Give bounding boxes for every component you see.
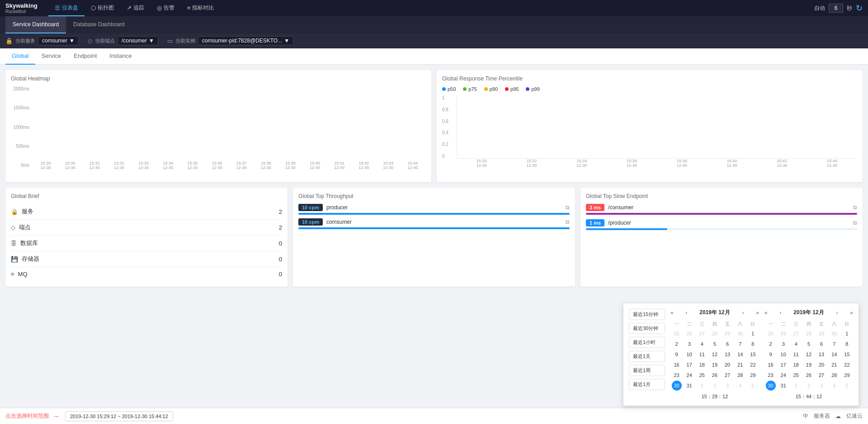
list-item: 🔒 服务 2 [11,204,282,220]
list-item: 1 ms /producer ⧉ [586,219,857,230]
nav-item-dashboard[interactable]: ☰ 仪表盘 [48,0,85,16]
p90-label: p90 [490,86,498,92]
content-tabs: Global Service Endpoint Instance [0,48,868,65]
tab-service-dashboard[interactable]: Service Dashboard [5,16,66,33]
x-label: 15:3112-30 [82,161,107,170]
y-label-500: 500ms [11,144,31,149]
row-1: Global Heatmap 2000ms 1500ms 1000ms 500m… [5,70,863,182]
chevron-down-icon: ▼ [69,38,75,44]
mq-name: MQ [18,271,28,278]
throughput-title: Global Top Throughput [298,193,570,199]
list-item: 10 cpm producer ⧉ [298,204,570,215]
tab-database-dashboard[interactable]: Database Dashboard [66,16,132,33]
tab-instance[interactable]: Instance [103,48,138,65]
interval-input[interactable] [829,4,843,13]
brief-storage-left: 💾 存储器 [11,255,39,263]
p95-dot [505,87,509,91]
service-value: comsumer [42,38,67,44]
brief-card: Global Brief 🔒 服务 2 ◇ 端点 2 [5,188,288,287]
database-count: 0 [279,240,282,247]
top-nav: Skywalking Rocketbot ☰ 仪表盘 ⬡ 拓扑图 ↗ 追踪 ◎ … [0,0,868,16]
cpm-badge-1: 10 cpm [298,204,323,211]
throughput-bar-bg-2 [298,227,570,229]
rtp-x-labels: 15:2912-30 15:3212-30 15:3412-30 15:3612… [457,159,857,168]
nav-item-topology[interactable]: ⬡ 拓扑图 [85,0,120,16]
x-label: 15:4012-30 [302,161,327,170]
rtp-chart-container: 1 0.8 0.6 0.4 0.2 0 15:2912-30 15:3212-3… [442,95,857,168]
x-label: 15:3512-30 [180,161,205,170]
slow-header-1: 3 ms /consumer ⧉ [586,204,857,211]
p99-label: p99 [531,86,539,92]
nav-item-compare[interactable]: ≡ 指标对比 [181,0,221,16]
legend-p75: p75 [463,86,476,92]
service-count: 2 [279,208,282,215]
p90-dot [484,87,488,91]
p99-dot [526,87,529,91]
copy-icon-slow-2[interactable]: ⧉ [853,220,857,226]
chevron-down-icon2: ▼ [149,38,154,44]
tab-bar: Service Dashboard Database Dashboard [0,16,868,33]
tab-global[interactable]: Global [5,48,35,65]
compare-icon: ≡ [187,5,191,11]
lock-icon: 🔒 [5,38,13,44]
heatmap-card: Global Heatmap 2000ms 1500ms 1000ms 500m… [5,70,431,182]
throughput-header-2: 10 cpm comsumer ⧉ [298,218,570,226]
legend-p90: p90 [484,86,498,92]
p75-label: p75 [468,86,476,92]
instance-label: 当前实例 [175,38,195,44]
alert-icon: ◎ [157,5,162,11]
x-label: 15:3412-30 [156,161,180,170]
heatmap-x-labels: 15:2912-30 15:3012-30 15:3112-30 15:3212… [33,160,426,171]
main-content: Global Heatmap 2000ms 1500ms 1000ms 500m… [0,65,868,297]
brand-sub: Rocketbot [5,9,38,14]
service-label: 当前服务 [15,38,35,44]
nav-label-trace: 追踪 [133,4,144,12]
dashboard-icon: ☰ [55,5,60,11]
nav-item-alert[interactable]: ◎ 告警 [151,0,181,16]
rtp-svg [457,95,857,159]
service-icon: 🔒 [11,208,18,215]
slow-list: 3 ms /consumer ⧉ 1 ms /producer ⧉ [586,204,857,230]
copy-icon-1[interactable]: ⧉ [566,204,570,211]
tab-service[interactable]: Service [35,48,67,65]
list-item: ◇ 端点 2 [11,220,282,236]
endpoint-selector[interactable]: /consumer ▼ [118,36,158,45]
x-label: 15:4212-30 [352,161,376,170]
y-label-1500: 1500ms [11,105,31,110]
x-label: 15:3712-30 [229,161,254,170]
list-item: 🗄 数据库 0 [11,236,282,251]
copy-icon-slow-1[interactable]: ⧉ [853,204,857,211]
list-item: 10 cpm comsumer ⧉ [298,218,570,229]
legend-p50: p50 [442,86,456,92]
brief-list: 🔒 服务 2 ◇ 端点 2 🗄 数据库 [11,204,282,281]
nav-label-alert: 告警 [164,4,175,12]
throughput-bar-fill-2 [298,227,570,229]
storage-count: 0 [279,256,282,263]
slow-bar-bg-2 [586,228,857,230]
heatmap-title: Global Heatmap [11,75,426,82]
brief-db-left: 🗄 数据库 [11,239,38,247]
service-selector[interactable]: comsumer ▼ [38,36,79,45]
y-label-1000: 1000ms [11,125,31,130]
refresh-button[interactable]: ↻ [856,3,863,13]
nav-label-dashboard: 仪表盘 [62,4,78,12]
sec-label: 秒 [847,5,852,12]
endpoint-label: 当前端点 [95,38,115,44]
ms-badge-1: 3 ms [586,204,604,211]
tab-endpoint[interactable]: Endpoint [67,48,103,65]
endpoint-count: 2 [279,224,282,231]
nav-label-compare: 指标对比 [192,4,214,12]
nav-item-trace[interactable]: ↗ 追踪 [120,0,151,16]
brief-title: Global Brief [11,193,282,199]
p50-label: p50 [448,86,456,92]
x-label: 15:4412-30 [401,161,425,170]
slow-name-1: /consumer [608,204,633,211]
trace-icon: ↗ [127,5,132,11]
copy-icon-2[interactable]: ⧉ [566,219,570,225]
x-label: 15:3912-30 [278,161,302,170]
response-time-card: Global Response Time Percentile p50 p75 … [437,70,863,182]
instance-selector[interactable]: comsumer-pid:7828@DESKTO... ▼ [198,36,293,45]
endpoint-brief-name: 端点 [19,223,31,231]
database-icon: 🗄 [11,240,17,247]
slow-bar-fill-2 [586,228,667,230]
